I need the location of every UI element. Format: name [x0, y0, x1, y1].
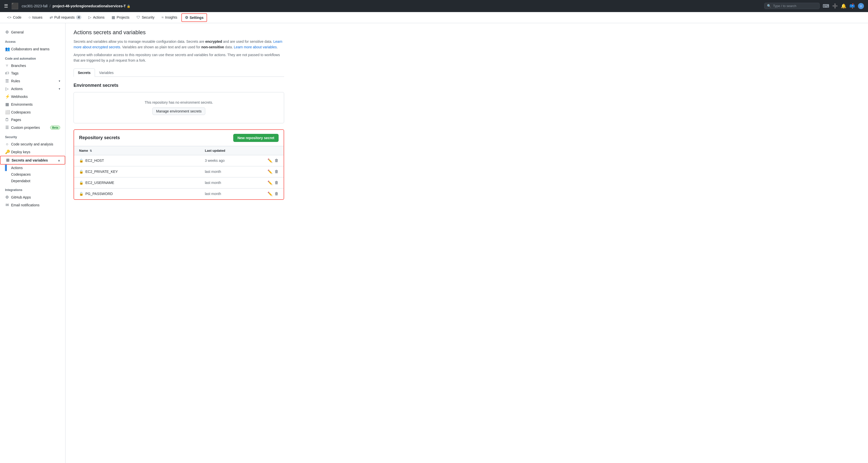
sort-icon[interactable]: ⇅	[90, 149, 92, 152]
lock-icon: 🔒	[79, 181, 83, 185]
sidebar-sub-actions-label: Actions	[11, 166, 23, 170]
sidebar-custom-properties-label: Custom properties	[11, 126, 40, 130]
tab-issues[interactable]: ○ Issues	[26, 13, 45, 22]
last-updated-text: 3 weeks ago	[205, 159, 225, 163]
lock-icon: 🔒	[79, 192, 83, 196]
tab-insights-label: Insights	[165, 15, 177, 20]
sidebar-item-collaborators[interactable]: 👥 Collaborators and teams	[0, 45, 65, 53]
sidebar-branches-label: Branches	[11, 64, 26, 68]
tab-projects[interactable]: ▦ Projects	[108, 13, 132, 22]
sidebar-item-general[interactable]: ⚙ General	[0, 28, 65, 36]
sidebar-pages-label: Pages	[11, 118, 21, 122]
delete-icon[interactable]: 🗑	[275, 169, 279, 174]
col-actions-header	[252, 146, 284, 155]
sidebar-item-tags[interactable]: 🏷 Tags	[0, 69, 65, 77]
actions-icon: ▷	[88, 15, 91, 20]
edit-icon[interactable]: ✏️	[268, 158, 273, 163]
code-automation-section-title: Code and automation	[0, 53, 65, 62]
top-navigation: ☰ ⬛ csc301-2023-fall / project-48-yorkre…	[0, 0, 868, 12]
avatar[interactable]: U	[858, 3, 864, 9]
sidebar-item-deploy-keys[interactable]: 🔑 Deploy keys	[0, 148, 65, 156]
secret-name-text: EC2_PRIVATE_KEY	[85, 170, 118, 174]
command-palette-icon[interactable]: ⌨	[823, 3, 829, 9]
sidebar-item-github-apps[interactable]: ⚙ GitHub Apps	[0, 193, 65, 201]
edit-icon[interactable]: ✏️	[268, 180, 273, 185]
delete-icon[interactable]: 🗑	[275, 158, 279, 163]
search-placeholder: Type / to search	[773, 4, 797, 8]
sidebar-sub-dependabot[interactable]: Dependabot	[0, 178, 65, 184]
sidebar-sub-codespaces[interactable]: Codespaces	[0, 171, 65, 178]
edit-icon[interactable]: ✏️	[268, 192, 273, 196]
email-icon: ✉	[5, 203, 9, 207]
pr-badge: 4	[76, 15, 81, 20]
sidebar-item-rules[interactable]: ☰ Rules ▾	[0, 77, 65, 85]
secret-name-cell: 🔒 EC2_USERNAME	[74, 177, 200, 188]
last-updated-text: last month	[205, 170, 221, 174]
sidebar-sub-codespaces-label: Codespaces	[11, 172, 31, 176]
repo-secrets-title: Repository secrets	[79, 135, 120, 140]
general-icon: ⚙	[5, 30, 9, 34]
env-empty-text: This repository has no environment secre…	[82, 100, 276, 104]
tab-settings-label: Settings	[190, 15, 204, 20]
table-row: 🔒 PG_PASSWORD last month ✏️ 🗑	[74, 188, 284, 199]
actions-sidebar-icon: ▷	[5, 86, 9, 91]
tab-insights[interactable]: ≈ Insights	[158, 13, 180, 22]
sidebar-item-branches[interactable]: ⑂ Branches	[0, 62, 65, 69]
sidebar-sub-actions[interactable]: Actions	[0, 165, 65, 171]
tab-secrets-content[interactable]: Secrets	[73, 68, 95, 77]
tab-pull-requests[interactable]: ⇄ Pull requests 4	[46, 13, 85, 22]
security-section-title: Security	[0, 131, 65, 140]
sidebar-item-webhooks[interactable]: ⚡ Webhooks	[0, 93, 65, 100]
tab-variables-content[interactable]: Variables	[95, 68, 118, 77]
plus-icon[interactable]: ➕	[832, 3, 838, 9]
new-repository-secret-button[interactable]: New repository secret	[233, 134, 279, 142]
sidebar-item-custom-properties[interactable]: ☰ Custom properties Beta	[0, 124, 65, 131]
sidebar-item-environments[interactable]: ▦ Environments	[0, 100, 65, 108]
variables-link[interactable]: Learn more about variables	[234, 45, 277, 49]
col-name-header: Name ⇅	[74, 146, 200, 155]
tab-code[interactable]: <> Code	[4, 13, 25, 22]
breadcrumb-repo[interactable]: project-48-yorkregioneducationalservices…	[52, 4, 126, 8]
notifications-icon[interactable]: 📫	[849, 3, 855, 9]
projects-icon: ▦	[112, 15, 115, 20]
sidebar-general-label: General	[11, 30, 24, 34]
delete-icon[interactable]: 🗑	[275, 192, 279, 196]
github-logo[interactable]: ⬛	[11, 2, 19, 9]
sidebar-item-code-security[interactable]: ○ Code security and analysis	[0, 140, 65, 148]
secret-updated-cell: 3 weeks ago	[200, 155, 252, 166]
search-bar[interactable]: 🔍 Type / to search	[764, 3, 819, 9]
secrets-chevron-icon: ▴	[58, 159, 60, 162]
access-section-title: Access	[0, 36, 65, 45]
manage-env-secrets-button[interactable]: Manage environment secrets	[152, 107, 206, 115]
sidebar-code-security-label: Code security and analysis	[11, 142, 53, 146]
sidebar-deploy-keys-label: Deploy keys	[11, 150, 30, 154]
sidebar-item-codespaces[interactable]: ⬜ Codespaces	[0, 108, 65, 116]
sidebar-email-label: Email notifications	[11, 203, 39, 207]
secret-name-text: EC2_USERNAME	[85, 181, 114, 185]
custom-properties-icon: ☰	[5, 125, 9, 130]
tab-settings[interactable]: ⚙ Settings	[181, 13, 207, 22]
sidebar-item-actions[interactable]: ▷ Actions ▾	[0, 85, 65, 93]
sidebar-environments-label: Environments	[11, 102, 33, 106]
tab-security[interactable]: 🛡 Security	[133, 13, 158, 22]
sidebar-item-secrets-and-variables[interactable]: ⊞ Secrets and variables ▴	[0, 156, 65, 165]
secret-actions-cell: ✏️ 🗑	[252, 155, 284, 166]
delete-icon[interactable]: 🗑	[275, 180, 279, 185]
codespaces-icon: ⬜	[5, 110, 9, 114]
tab-actions[interactable]: ▷ Actions	[85, 13, 107, 22]
edit-icon[interactable]: ✏️	[268, 169, 273, 174]
tab-pr-label: Pull requests	[54, 15, 75, 20]
collaborators-icon: 👥	[5, 46, 9, 51]
issues-icon[interactable]: 🔔	[841, 3, 846, 9]
hamburger-icon[interactable]: ☰	[4, 3, 8, 9]
main-layout: ⚙ General Access 👥 Collaborators and tea…	[0, 23, 868, 463]
beta-badge: Beta	[50, 126, 60, 130]
repo-secrets-box: Repository secrets New repository secret…	[73, 129, 284, 200]
pages-icon: 🗒	[5, 118, 9, 122]
sidebar-item-email-notifications[interactable]: ✉ Email notifications	[0, 201, 65, 209]
environments-icon: ▦	[5, 102, 9, 107]
sidebar-actions-label: Actions	[11, 87, 23, 91]
page-description-2: Anyone with collaborator access to this …	[73, 52, 284, 63]
sidebar-item-pages[interactable]: 🗒 Pages	[0, 116, 65, 124]
breadcrumb-org[interactable]: csc301-2023-fall	[22, 4, 48, 8]
